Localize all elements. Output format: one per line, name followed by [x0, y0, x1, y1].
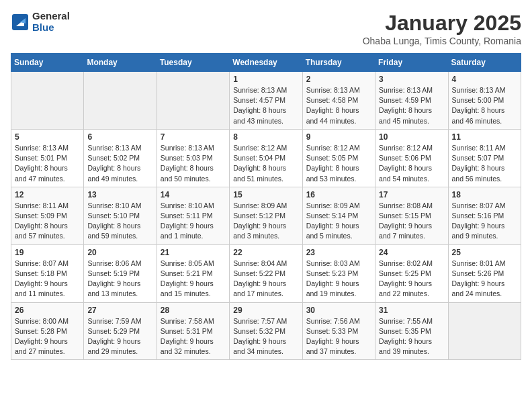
day-cell: 27Sunrise: 7:59 AM Sunset: 5:29 PM Dayli…: [84, 302, 157, 360]
day-cell: 5Sunrise: 8:13 AM Sunset: 5:01 PM Daylig…: [11, 129, 84, 187]
day-cell: 3Sunrise: 8:13 AM Sunset: 4:59 PM Daylig…: [375, 72, 448, 130]
logo: General Blue: [11, 11, 70, 33]
day-cell: 12Sunrise: 8:11 AM Sunset: 5:09 PM Dayli…: [11, 187, 84, 244]
day-cell: 6Sunrise: 8:13 AM Sunset: 5:02 PM Daylig…: [84, 129, 157, 187]
day-cell: [448, 302, 521, 360]
week-row-5: 26Sunrise: 8:00 AM Sunset: 5:28 PM Dayli…: [11, 302, 521, 360]
day-cell: 31Sunrise: 7:55 AM Sunset: 5:35 PM Dayli…: [375, 302, 448, 360]
logo-blue: Blue: [32, 22, 70, 34]
day-cell: 23Sunrise: 8:03 AM Sunset: 5:23 PM Dayli…: [302, 244, 375, 302]
day-number: 11: [452, 132, 517, 142]
week-row-4: 19Sunrise: 8:07 AM Sunset: 5:18 PM Dayli…: [11, 244, 521, 302]
day-cell: 25Sunrise: 8:01 AM Sunset: 5:26 PM Dayli…: [448, 244, 521, 302]
day-number: 21: [161, 248, 226, 257]
day-number: 26: [15, 306, 80, 315]
day-number: 12: [15, 190, 80, 199]
day-info: Sunrise: 8:08 AM Sunset: 5:15 PM Dayligh…: [379, 201, 444, 242]
day-number: 9: [306, 132, 371, 142]
day-info: Sunrise: 8:00 AM Sunset: 5:28 PM Dayligh…: [15, 316, 80, 357]
day-cell: 24Sunrise: 8:02 AM Sunset: 5:25 PM Dayli…: [375, 244, 448, 302]
day-cell: 1Sunrise: 8:13 AM Sunset: 4:57 PM Daylig…: [230, 72, 302, 130]
day-info: Sunrise: 8:01 AM Sunset: 5:26 PM Dayligh…: [452, 259, 517, 300]
day-cell: 17Sunrise: 8:08 AM Sunset: 5:15 PM Dayli…: [375, 187, 448, 244]
day-number: 8: [233, 132, 298, 142]
day-number: 23: [306, 248, 371, 257]
day-number: 16: [306, 190, 371, 199]
calendar-title: January 2025: [363, 11, 521, 36]
title-block: January 2025 Ohaba Lunga, Timis County, …: [363, 11, 521, 46]
day-cell: 15Sunrise: 8:09 AM Sunset: 5:12 PM Dayli…: [230, 187, 302, 244]
day-cell: 14Sunrise: 8:10 AM Sunset: 5:11 PM Dayli…: [157, 187, 229, 244]
day-cell: 4Sunrise: 8:13 AM Sunset: 5:00 PM Daylig…: [448, 72, 521, 130]
day-cell: 7Sunrise: 8:13 AM Sunset: 5:03 PM Daylig…: [157, 129, 229, 187]
week-row-2: 5Sunrise: 8:13 AM Sunset: 5:01 PM Daylig…: [11, 129, 521, 187]
day-info: Sunrise: 8:13 AM Sunset: 4:59 PM Dayligh…: [379, 85, 444, 126]
day-cell: 18Sunrise: 8:07 AM Sunset: 5:16 PM Dayli…: [448, 187, 521, 244]
day-info: Sunrise: 7:58 AM Sunset: 5:31 PM Dayligh…: [161, 316, 226, 357]
weekday-header-row: SundayMondayTuesdayWednesdayThursdayFrid…: [11, 54, 521, 72]
day-info: Sunrise: 7:55 AM Sunset: 5:35 PM Dayligh…: [379, 316, 444, 357]
day-info: Sunrise: 8:13 AM Sunset: 4:58 PM Dayligh…: [306, 85, 371, 126]
day-cell: 9Sunrise: 8:12 AM Sunset: 5:05 PM Daylig…: [302, 129, 375, 187]
day-info: Sunrise: 8:13 AM Sunset: 5:03 PM Dayligh…: [161, 143, 226, 184]
day-cell: [157, 72, 229, 130]
day-info: Sunrise: 8:11 AM Sunset: 5:09 PM Dayligh…: [15, 201, 80, 242]
day-number: 2: [306, 75, 371, 84]
day-cell: 8Sunrise: 8:12 AM Sunset: 5:04 PM Daylig…: [230, 129, 302, 187]
day-info: Sunrise: 8:03 AM Sunset: 5:23 PM Dayligh…: [306, 259, 371, 300]
day-cell: 21Sunrise: 8:05 AM Sunset: 5:21 PM Dayli…: [157, 244, 229, 302]
week-row-1: 1Sunrise: 8:13 AM Sunset: 4:57 PM Daylig…: [11, 72, 521, 130]
day-cell: 13Sunrise: 8:10 AM Sunset: 5:10 PM Dayli…: [84, 187, 157, 244]
day-number: 5: [15, 132, 80, 142]
weekday-header-wednesday: Wednesday: [230, 54, 302, 72]
week-row-3: 12Sunrise: 8:11 AM Sunset: 5:09 PM Dayli…: [11, 187, 521, 244]
weekday-header-sunday: Sunday: [11, 54, 84, 72]
day-info: Sunrise: 7:56 AM Sunset: 5:33 PM Dayligh…: [306, 316, 371, 357]
weekday-header-tuesday: Tuesday: [157, 54, 229, 72]
day-cell: 26Sunrise: 8:00 AM Sunset: 5:28 PM Dayli…: [11, 302, 84, 360]
day-number: 22: [233, 248, 298, 257]
day-cell: 30Sunrise: 7:56 AM Sunset: 5:33 PM Dayli…: [302, 302, 375, 360]
day-cell: 19Sunrise: 8:07 AM Sunset: 5:18 PM Dayli…: [11, 244, 84, 302]
day-cell: 20Sunrise: 8:06 AM Sunset: 5:19 PM Dayli…: [84, 244, 157, 302]
day-number: 3: [379, 75, 444, 84]
day-number: 1: [233, 75, 298, 84]
day-info: Sunrise: 8:12 AM Sunset: 5:04 PM Dayligh…: [233, 143, 298, 184]
day-info: Sunrise: 8:12 AM Sunset: 5:05 PM Dayligh…: [306, 143, 371, 184]
day-info: Sunrise: 8:07 AM Sunset: 5:16 PM Dayligh…: [452, 201, 517, 242]
day-number: 20: [87, 248, 152, 257]
day-number: 17: [379, 190, 444, 199]
day-info: Sunrise: 8:05 AM Sunset: 5:21 PM Dayligh…: [161, 259, 226, 300]
day-number: 19: [15, 248, 80, 257]
day-number: 30: [306, 306, 371, 315]
day-info: Sunrise: 8:13 AM Sunset: 5:00 PM Dayligh…: [452, 85, 517, 126]
day-info: Sunrise: 8:11 AM Sunset: 5:07 PM Dayligh…: [452, 143, 517, 184]
day-info: Sunrise: 8:13 AM Sunset: 4:57 PM Dayligh…: [233, 85, 298, 126]
day-cell: [11, 72, 84, 130]
day-info: Sunrise: 8:12 AM Sunset: 5:06 PM Dayligh…: [379, 143, 444, 184]
calendar-subtitle: Ohaba Lunga, Timis County, Romania: [363, 36, 521, 46]
day-cell: 16Sunrise: 8:09 AM Sunset: 5:14 PM Dayli…: [302, 187, 375, 244]
day-number: 27: [87, 306, 152, 315]
day-cell: [84, 72, 157, 130]
weekday-header-saturday: Saturday: [448, 54, 521, 72]
day-number: 28: [161, 306, 226, 315]
day-info: Sunrise: 8:09 AM Sunset: 5:12 PM Dayligh…: [233, 201, 298, 242]
day-info: Sunrise: 8:10 AM Sunset: 5:10 PM Dayligh…: [87, 201, 152, 242]
weekday-header-thursday: Thursday: [302, 54, 375, 72]
day-info: Sunrise: 8:04 AM Sunset: 5:22 PM Dayligh…: [233, 259, 298, 300]
day-number: 10: [379, 132, 444, 142]
day-number: 13: [87, 190, 152, 199]
day-info: Sunrise: 8:13 AM Sunset: 5:01 PM Dayligh…: [15, 143, 80, 184]
day-info: Sunrise: 8:06 AM Sunset: 5:19 PM Dayligh…: [87, 259, 152, 300]
day-cell: 2Sunrise: 8:13 AM Sunset: 4:58 PM Daylig…: [302, 72, 375, 130]
day-info: Sunrise: 8:09 AM Sunset: 5:14 PM Dayligh…: [306, 201, 371, 242]
page-header: General Blue January 2025 Ohaba Lunga, T…: [11, 11, 521, 46]
weekday-header-friday: Friday: [375, 54, 448, 72]
day-cell: 22Sunrise: 8:04 AM Sunset: 5:22 PM Dayli…: [230, 244, 302, 302]
day-cell: 28Sunrise: 7:58 AM Sunset: 5:31 PM Dayli…: [157, 302, 229, 360]
day-number: 6: [87, 132, 152, 142]
day-number: 24: [379, 248, 444, 257]
logo-general: General: [32, 11, 70, 22]
day-info: Sunrise: 8:10 AM Sunset: 5:11 PM Dayligh…: [161, 201, 226, 242]
